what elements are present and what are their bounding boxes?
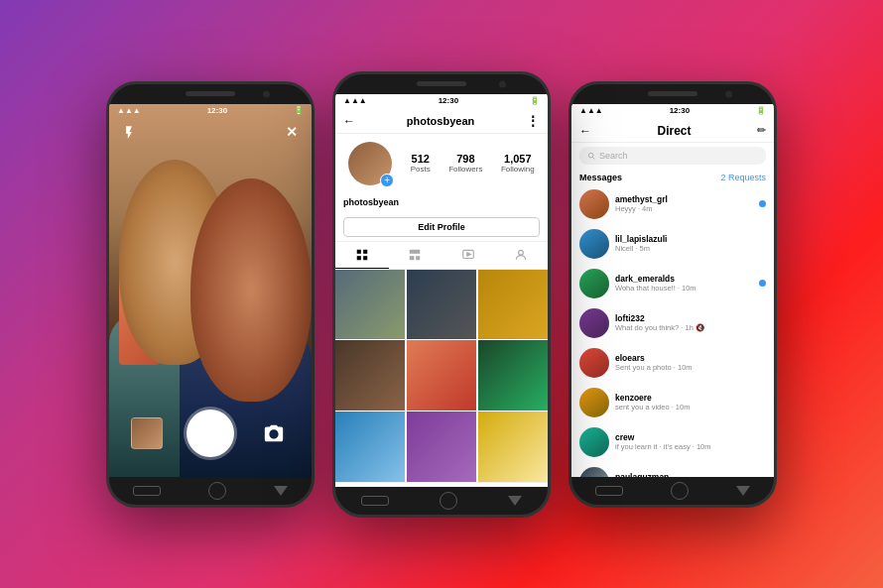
phone-top-bar-1 xyxy=(109,84,312,104)
phones-container: ▲▲▲ 12:30 🔋 ✕ xyxy=(86,52,797,537)
stat-followers: 798 Followers xyxy=(448,153,482,174)
message-item-1[interactable]: amethyst_grl Heyyy · 4m xyxy=(571,184,774,224)
nav-back-2[interactable] xyxy=(361,496,389,506)
svg-rect-6 xyxy=(416,256,420,260)
gallery-thumbnail[interactable] xyxy=(131,417,163,449)
profile-info-row: + 512 Posts 798 Followers 1,057 Followin… xyxy=(335,134,548,189)
camera-bottom-controls xyxy=(109,410,312,457)
front-camera-1 xyxy=(263,90,270,97)
status-battery-profile: 🔋 xyxy=(530,96,540,105)
svg-rect-4 xyxy=(410,250,421,254)
msg-content-3: dark_emeralds Woha that house!! · 10m xyxy=(615,274,753,293)
edit-profile-button[interactable]: Edit Profile xyxy=(343,217,540,237)
message-item-6[interactable]: kenzoere sent you a video · 10m xyxy=(571,383,774,422)
msg-preview-5: Sent you a photo · 10m xyxy=(615,363,766,372)
msg-avatar-2 xyxy=(579,229,609,259)
phone-top-bar-3 xyxy=(571,84,774,104)
phone-bottom-bar-1 xyxy=(109,477,312,505)
stat-followers-value: 798 xyxy=(448,153,482,165)
msg-avatar-5 xyxy=(579,348,609,378)
grid-photo-7[interactable] xyxy=(335,412,405,481)
grid-photo-6[interactable] xyxy=(478,340,548,410)
nav-home-1[interactable] xyxy=(208,482,226,500)
msg-avatar-7 xyxy=(579,427,609,457)
nav-recents-1[interactable] xyxy=(274,486,288,496)
msg-username-4: lofti232 xyxy=(615,313,766,323)
profile-content: ▲▲▲ 12:30 🔋 ← photosbyean ⋮ + 512 xyxy=(335,94,548,487)
profile-header: ← photosbyean ⋮ xyxy=(335,107,548,134)
direct-screen: ▲▲▲ 12:30 🔋 ← Direct ✏ Search Message xyxy=(571,104,774,477)
grid-photo-1[interactable] xyxy=(335,270,405,339)
unread-dot-1 xyxy=(759,200,766,207)
switch-camera-button[interactable] xyxy=(258,417,290,449)
grid-photo-8[interactable] xyxy=(407,412,476,481)
direct-search-bar[interactable]: Search xyxy=(579,147,766,165)
speaker-3 xyxy=(648,91,697,96)
flash-icon[interactable] xyxy=(119,122,139,142)
direct-back-icon[interactable]: ← xyxy=(579,124,591,138)
svg-line-11 xyxy=(593,157,595,159)
msg-avatar-6 xyxy=(579,388,609,417)
status-signal-profile: ▲▲▲ xyxy=(343,96,367,105)
compose-icon[interactable]: ✏ xyxy=(757,124,766,137)
unread-dot-3 xyxy=(759,280,766,287)
grid-photo-9[interactable] xyxy=(478,412,548,481)
profile-name-row: photosbyean xyxy=(335,189,548,213)
phone-bottom-bar-3 xyxy=(571,477,774,505)
front-camera-2 xyxy=(499,80,506,87)
grid-photo-4[interactable] xyxy=(335,340,405,410)
svg-rect-2 xyxy=(357,256,361,260)
stat-posts-value: 512 xyxy=(411,153,431,165)
msg-content-6: kenzoere sent you a video · 10m xyxy=(615,393,766,412)
msg-username-5: eloears xyxy=(615,353,766,363)
msg-content-8: paulaguzman miss you! · 10m xyxy=(615,472,766,477)
tab-igtv[interactable] xyxy=(442,242,495,269)
grid-photo-5[interactable] xyxy=(407,340,476,410)
svg-rect-0 xyxy=(357,249,361,253)
close-camera-icon[interactable]: ✕ xyxy=(282,122,302,142)
grid-photo-3[interactable] xyxy=(478,270,548,339)
tab-grid[interactable] xyxy=(335,242,389,269)
nav-home-3[interactable] xyxy=(671,482,689,500)
requests-label[interactable]: 2 Requests xyxy=(720,173,766,182)
msg-preview-1: Heyyy · 4m xyxy=(615,204,753,213)
profile-back-icon[interactable]: ← xyxy=(343,114,355,128)
tab-tagged[interactable] xyxy=(495,242,549,269)
status-time-profile: 12:30 xyxy=(439,96,458,105)
msg-username-1: amethyst_grl xyxy=(615,194,753,204)
shutter-button[interactable] xyxy=(187,410,234,457)
message-item-7[interactable]: crew if you learn it · it's easy · 10m xyxy=(571,422,774,462)
nav-recents-3[interactable] xyxy=(736,486,750,496)
stat-followers-label: Followers xyxy=(448,165,482,174)
svg-rect-3 xyxy=(363,256,367,260)
profile-screen: ▲▲▲ 12:30 🔋 ← photosbyean ⋮ + 512 xyxy=(335,94,548,487)
svg-point-10 xyxy=(588,153,593,158)
message-item-8[interactable]: paulaguzman miss you! · 10m xyxy=(571,462,774,477)
grid-photo-2[interactable] xyxy=(407,270,476,339)
stat-posts-label: Posts xyxy=(411,165,431,174)
message-list: amethyst_grl Heyyy · 4m lil_lapislazuli … xyxy=(571,184,774,477)
stat-following-label: Following xyxy=(501,165,535,174)
nav-back-3[interactable] xyxy=(595,486,623,496)
msg-avatar-4 xyxy=(579,308,609,338)
phone-camera: ▲▲▲ 12:30 🔋 ✕ xyxy=(106,81,315,508)
stat-following: 1,057 Following xyxy=(501,153,535,174)
messages-header: Messages 2 Requests xyxy=(571,169,774,184)
nav-home-2[interactable] xyxy=(440,492,457,510)
message-item-5[interactable]: eloears Sent you a photo · 10m xyxy=(571,343,774,383)
message-item-2[interactable]: lil_lapislazuli Nicell · 5m xyxy=(571,224,774,264)
message-item-3[interactable]: dark_emeralds Woha that house!! · 10m xyxy=(571,264,774,303)
nav-back-1[interactable] xyxy=(133,486,161,496)
msg-username-7: crew xyxy=(615,432,766,442)
status-signal-direct: ▲▲▲ xyxy=(579,106,603,115)
nav-recents-2[interactable] xyxy=(508,496,522,506)
msg-avatar-1 xyxy=(579,189,609,219)
phone-direct: ▲▲▲ 12:30 🔋 ← Direct ✏ Search Message xyxy=(568,81,777,508)
message-item-4[interactable]: lofti232 What do you think? · 1h 🔇 xyxy=(571,303,774,343)
profile-menu-icon[interactable]: ⋮ xyxy=(526,113,540,129)
msg-content-7: crew if you learn it · it's easy · 10m xyxy=(615,432,766,451)
speaker-1 xyxy=(186,91,235,96)
status-battery-direct: 🔋 xyxy=(756,106,766,115)
avatar-add-button[interactable]: + xyxy=(380,174,394,187)
tab-layout[interactable] xyxy=(389,242,442,269)
